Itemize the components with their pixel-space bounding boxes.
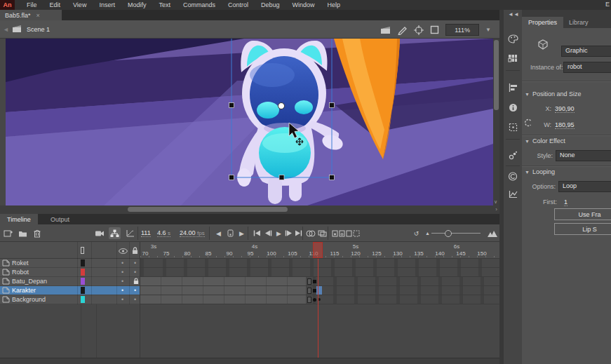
current-frame-field[interactable]: 111 — [141, 229, 151, 237]
clip-content-icon[interactable] — [430, 25, 439, 34]
back-arrow-icon[interactable]: ◄ — [3, 26, 9, 33]
layer-row-karakter[interactable]: Karakter•• — [0, 286, 140, 295]
scroll-right-icon[interactable]: › — [495, 206, 497, 213]
lip-syncing-button[interactable]: Lip S — [554, 223, 611, 235]
loop-range-icon[interactable] — [224, 227, 236, 239]
scene-name[interactable]: Scene 1 — [27, 26, 50, 33]
swatches-panel-icon[interactable] — [504, 50, 522, 66]
elapsed-time-field[interactable]: 4.6 s — [157, 229, 170, 237]
menu-item-control[interactable]: Control — [222, 1, 255, 8]
frames-row-karakter[interactable] — [140, 286, 499, 295]
color-panel-icon[interactable] — [504, 31, 522, 46]
frames-row-background[interactable] — [140, 295, 499, 304]
frame-span[interactable] — [140, 277, 306, 285]
layer-outline-color-swatch[interactable] — [81, 269, 85, 276]
camera-button[interactable] — [93, 227, 105, 239]
timeline-graph-button[interactable] — [124, 227, 136, 239]
menu-item-modify[interactable]: Modify — [121, 1, 153, 8]
horizontal-scroll-thumb[interactable] — [128, 207, 288, 212]
cc-libraries-panel-icon[interactable] — [504, 168, 522, 184]
looping-section-header[interactable]: ▼Looping — [525, 168, 555, 175]
keyframe-marker[interactable] — [313, 280, 316, 283]
stage-horizontal-scrollbar[interactable]: › — [0, 205, 499, 214]
layer-row-background[interactable]: Background•• — [0, 295, 140, 304]
layer-visibility-toggle[interactable]: • — [121, 295, 123, 304]
position-size-section-header[interactable]: ▼Position and Size — [525, 90, 581, 97]
layer-outline-color-swatch[interactable] — [81, 259, 85, 267]
layer-lock-toggle[interactable]: • — [134, 268, 136, 276]
show-parenting-view-button[interactable] — [109, 227, 121, 239]
layer-visibility-toggle[interactable]: • — [121, 277, 123, 285]
layer-visibility-toggle[interactable]: • — [121, 259, 123, 267]
new-layer-button[interactable] — [2, 227, 14, 239]
delete-layer-button[interactable] — [31, 227, 43, 239]
edit-scene-icon[interactable] — [380, 25, 391, 34]
frame-span[interactable] — [140, 295, 306, 304]
layer-outline-color-swatch[interactable] — [81, 296, 85, 303]
layer-lock-toggle[interactable]: • — [134, 286, 136, 295]
frame-span[interactable] — [140, 286, 306, 295]
frames-grid[interactable] — [140, 259, 499, 304]
show-hide-all-layers-icon[interactable] — [119, 248, 128, 254]
layer-visibility-toggle[interactable]: • — [121, 268, 123, 276]
tab-output[interactable]: Output — [43, 214, 76, 224]
tab-properties[interactable]: Properties — [522, 17, 563, 28]
symbol-type-select[interactable]: Graphic — [561, 46, 611, 57]
layer-visibility-toggle[interactable]: • — [121, 286, 123, 295]
scroll-down-icon[interactable]: ∨ — [494, 199, 497, 205]
align-panel-icon[interactable] — [504, 80, 522, 95]
timeline-ruler[interactable]: 3s4s5s6s70758085909510010511011512012513… — [0, 242, 499, 259]
layer-row-roket[interactable]: Roket•• — [0, 259, 140, 268]
info-panel-icon[interactable] — [504, 100, 522, 115]
edit-symbols-icon[interactable] — [397, 25, 408, 35]
menu-item-edit[interactable]: Edit — [43, 1, 67, 8]
close-document-icon[interactable]: × — [36, 12, 40, 19]
go-to-first-frame-button[interactable] — [251, 227, 263, 239]
layer-lock-icon[interactable] — [133, 278, 139, 285]
layer-outline-color-swatch[interactable] — [81, 287, 85, 294]
menu-item-commands[interactable]: Commands — [177, 1, 222, 8]
layer-row-robot[interactable]: Robot•• — [0, 268, 140, 277]
instance-name-field[interactable]: robot — [563, 62, 611, 73]
loop-next-icon[interactable]: ▶ — [236, 227, 248, 239]
layer-lock-toggle[interactable]: • — [134, 259, 136, 267]
center-stage-icon[interactable] — [414, 25, 424, 35]
keyframe-marker[interactable] — [313, 289, 316, 292]
frames-row-roket[interactable] — [140, 259, 499, 268]
layer-outline-color-swatch[interactable] — [81, 278, 85, 285]
onion-skin-button[interactable] — [304, 227, 316, 239]
x-value[interactable]: 390,90 — [555, 105, 575, 113]
frames-row-batu_depan[interactable] — [140, 277, 499, 286]
stage-zoom-select[interactable]: 111% — [445, 24, 479, 36]
zoom-in-frames-icon[interactable] — [486, 227, 498, 239]
remove-frame-button[interactable] — [350, 227, 362, 239]
frame-rate-field[interactable]: 24.00 fps — [180, 229, 205, 237]
tab-library[interactable]: Library — [563, 17, 595, 28]
color-effect-section-header[interactable]: ▼Color Effect — [525, 137, 565, 144]
menu-item-text[interactable]: Text — [152, 1, 177, 8]
motion-editor-panel-icon[interactable] — [504, 187, 522, 202]
w-value[interactable]: 180,95 — [555, 121, 575, 129]
stage-canvas[interactable] — [6, 39, 493, 205]
tab-timeline[interactable]: Timeline — [0, 214, 38, 224]
loop-options-select[interactable]: Loop — [558, 181, 611, 192]
first-frame-value[interactable]: 1 — [564, 198, 568, 206]
menu-item-debug[interactable]: Debug — [255, 1, 286, 8]
menu-item-view[interactable]: View — [67, 1, 93, 8]
brush-library-panel-icon[interactable] — [504, 147, 522, 163]
use-frame-picker-button[interactable]: Use Fra — [554, 208, 611, 220]
layer-row-batu_depan[interactable]: Batu_Depan• — [0, 277, 140, 286]
reset-timeline-zoom-button[interactable]: ↺ — [410, 227, 422, 239]
stage-vertical-scrollbar[interactable]: ∨ — [493, 39, 499, 205]
layer-lock-toggle[interactable]: • — [134, 295, 136, 304]
menu-item-file[interactable]: File — [20, 1, 43, 8]
style-select[interactable]: None — [556, 150, 611, 161]
keyframe-dot[interactable] — [313, 298, 316, 302]
new-folder-button[interactable] — [17, 227, 29, 239]
vertical-scroll-thumb[interactable] — [494, 40, 499, 110]
menu-item-window[interactable]: Window — [286, 1, 321, 8]
lock-unlock-all-layers-icon[interactable] — [132, 247, 138, 255]
chevron-down-icon[interactable]: ▼ — [485, 27, 491, 33]
workspace-button[interactable]: E — [605, 1, 610, 8]
collapse-panels-icon[interactable]: ◄◄ — [508, 11, 519, 18]
